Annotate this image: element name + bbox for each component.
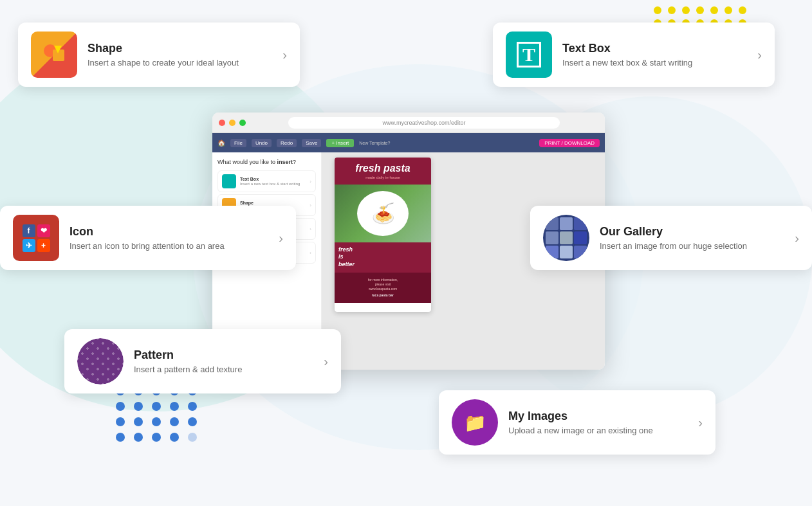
icon-card-content: Icon Insert an icon to bring attention t… [69,225,268,251]
toolbar-print[interactable]: PRINT / DOWNLOAD [539,139,600,147]
gallery-cell-5 [560,231,573,244]
poster-subtitle: made daily in-house [338,176,427,179]
gallery-card-arrow: › [795,231,799,246]
shape-card-content: Shape Insert a shape to create your idea… [88,42,272,68]
myimages-card-icon: 📁 [452,399,498,446]
textbox-card-content: Text Box Insert a new text box & start w… [562,42,747,68]
shape-card-icon [31,32,77,78]
blue-dot [152,433,161,442]
gallery-cell-8 [560,246,573,258]
gallery-cell-9 [574,246,587,258]
pattern-card-content: Pattern Insert a pattern & add texture [134,348,313,374]
poster-tagline-section: freshisbetter [335,242,431,273]
pattern-card-title: Pattern [134,348,313,362]
pasta-poster: fresh pasta made daily in-house 🍝 freshi… [335,158,431,312]
gallery-card[interactable]: Our Gallery Insert an image from our hug… [530,206,812,270]
yellow-dot [739,6,746,14]
poster-brand: luca pasta bar [338,293,427,298]
icon-card-desc: Insert an icon to bring attention to an … [69,241,268,251]
poster-title: fresh pasta [338,163,427,174]
shape-card[interactable]: Shape Insert a shape to create your idea… [18,23,300,87]
editor-toolbar: 🏠 File Undo Redo Save + Insert New Templ… [212,133,605,152]
blue-dot [134,417,143,426]
blue-dot [170,402,179,411]
browser-url: www.mycreativeshop.com/editor [288,117,560,129]
blue-dot [134,433,143,442]
pattern-card-desc: Insert a pattern & add texture [134,365,313,374]
sidebar-textbox-icon [222,174,236,188]
poster-footer: for more information,please visitwww.luc… [335,273,431,303]
pattern-card[interactable]: Pattern Insert a pattern & add texture › [64,329,341,393]
gallery-cell-2 [560,217,573,230]
blue-dot [134,402,143,411]
sidebar-textbox-text: Text Box Insert a new text box & start w… [240,177,300,186]
gallery-cell-4 [546,231,558,244]
yellow-dot [724,6,732,14]
myimages-card-arrow: › [698,415,703,430]
yellow-dot [696,6,704,14]
textbox-card[interactable]: T Text Box Insert a new text box & start… [493,23,775,87]
pattern-inner [77,338,124,384]
poster-header: fresh pasta made daily in-house [335,158,431,185]
toolbar-redo[interactable]: Redo [277,139,297,147]
gallery-grid [543,215,589,261]
browser-dot-green [239,120,246,126]
textbox-card-title: Text Box [562,42,747,55]
poster-tagline: freshisbetter [338,246,355,269]
textbox-card-desc: Insert a new text box & start writing [562,58,747,68]
myimages-card-desc: Upload a new image or an existing one [508,426,688,435]
toolbar-save[interactable]: Save [302,139,321,147]
reddit-icon: + [37,239,50,252]
shape-card-arrow: › [282,48,287,62]
poster-footer-text: for more information,please visitwww.luc… [338,278,427,291]
browser-dot-yellow [229,120,235,126]
sidebar-insert-title: What would you like to insert? [217,159,316,165]
gallery-card-icon [543,215,589,261]
facebook-icon: f [23,224,35,237]
gallery-card-content: Our Gallery Insert an image from our hug… [600,225,784,251]
blue-dot [116,417,125,426]
toolbar-undo[interactable]: Undo [252,139,272,147]
browser-bar: www.mycreativeshop.com/editor [212,113,605,133]
blue-dot [152,417,161,426]
myimages-card-title: My Images [508,410,688,423]
shape-card-title: Shape [88,42,272,55]
gallery-cell-7 [546,246,558,258]
blue-dot [188,433,197,442]
yellow-dot [654,6,661,14]
yellow-dot [710,6,718,14]
textbox-card-arrow: › [757,48,762,62]
twitter-icon: ✈ [23,239,35,252]
toolbar-file[interactable]: File [230,139,246,147]
pattern-card-icon [77,338,124,384]
shape-card-desc: Insert a shape to create your ideal layo… [88,58,272,68]
myimages-card-content: My Images Upload a new image or an exist… [508,410,688,435]
gallery-card-desc: Insert an image from our huge selection [600,241,784,251]
yellow-dot [668,6,676,14]
blue-dot [188,417,197,426]
gallery-cell-6 [574,231,587,244]
icon-card-icon: f ❤ ✈ + [13,215,59,261]
icon-card-title: Icon [69,225,268,239]
myimages-icon-symbol: 📁 [464,412,486,433]
browser-dot-red [219,120,225,126]
blue-dot [188,402,197,411]
blue-dot [116,402,125,411]
icon-card[interactable]: f ❤ ✈ + Icon Insert an icon to bring att… [0,206,296,270]
blue-dot [116,433,125,442]
gallery-cell-1 [546,217,558,230]
blue-dot [170,433,179,442]
toolbar-new-template: New Template? [359,141,390,145]
yellow-dot [682,6,690,14]
textbox-icon-symbol: T [517,42,541,68]
gallery-card-title: Our Gallery [600,225,784,239]
sidebar-item-textbox[interactable]: Text Box Insert a new text box & start w… [217,170,316,192]
icon-card-inner: f ❤ ✈ + [13,222,59,255]
icon-card-arrow: › [279,231,283,246]
blue-dot [170,417,179,426]
myimages-card[interactable]: 📁 My Images Upload a new image or an exi… [439,390,715,455]
pasta-bowl: 🍝 [357,191,409,236]
blue-dot [152,402,161,411]
toolbar-insert[interactable]: + Insert [326,139,354,147]
poster-image: 🍝 [335,185,431,242]
